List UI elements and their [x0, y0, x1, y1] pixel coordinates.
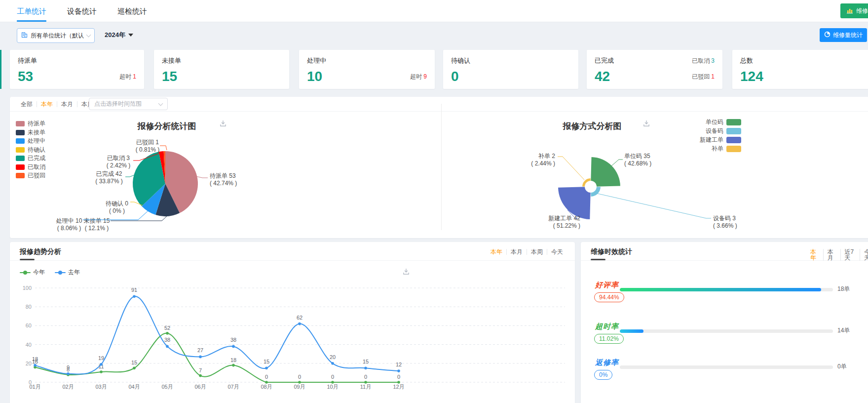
rate-label: 好评率 [595, 281, 619, 290]
efficiency-filter-this-year[interactable]: 本年 [806, 249, 824, 261]
legend-swatch [16, 173, 25, 178]
topbar: 工单统计 设备统计 巡检统计 维修年报 [0, 0, 868, 22]
trend-filter-this-month[interactable]: 本月 [507, 249, 527, 255]
svg-text:15: 15 [264, 359, 269, 364]
card-title: 待派单 [18, 56, 37, 65]
download-icon[interactable] [219, 120, 227, 127]
svg-text:20: 20 [26, 361, 32, 366]
rate-row-praise: 好评率 94.44% 18单 [581, 281, 868, 310]
unit-select-value: 所有单位统计（默认） [31, 32, 84, 40]
svg-text:04月: 04月 [128, 384, 140, 390]
rejected-badge: 已驳回1 [692, 73, 715, 81]
progress-fill [620, 288, 821, 291]
svg-text:62: 62 [297, 315, 302, 321]
rate-row-overtime: 超时率 11.02% 14单 [581, 322, 868, 352]
pie-charts-section: 全部 本年 本月 本周 今天 点击选择时间范围 报修分析统计图 待派单 未接单 … [10, 97, 868, 238]
unit-select[interactable]: 所有单位统计（默认） [17, 28, 95, 43]
rate-label: 返修率 [595, 358, 619, 367]
chevron-down-icon [158, 101, 163, 106]
svg-text:已取消 3: 已取消 3 [107, 155, 130, 161]
svg-text:10月: 10月 [327, 384, 338, 390]
svg-text:11月: 11月 [360, 384, 371, 390]
legend-item-unaccepted[interactable]: 未接单 [16, 130, 45, 135]
legend-swatch [16, 121, 25, 126]
trend-filter-today[interactable]: 今天 [547, 249, 567, 255]
svg-text:91: 91 [131, 287, 137, 293]
tab-device-stats[interactable]: 设备统计 [67, 0, 97, 22]
trend-legend: 今年 去年 [20, 268, 80, 277]
svg-text:80: 80 [26, 304, 32, 310]
card-title: 未接单 [162, 56, 181, 65]
download-icon[interactable] [402, 268, 410, 276]
svg-text:处理中 10: 处理中 10 [56, 217, 82, 224]
svg-text:待派单 53: 待派单 53 [210, 172, 236, 179]
page-edge-accent [0, 50, 1, 89]
legend-item-this-year[interactable]: 今年 [20, 268, 45, 277]
tab-inspection-stats[interactable]: 巡检统计 [117, 0, 147, 22]
filter-option-all[interactable]: 全部 [17, 101, 37, 107]
filter-option-this-month[interactable]: 本月 [57, 101, 77, 107]
trend-title: 报修趋势分析 [20, 247, 61, 260]
svg-text:( 3.66% ): ( 3.66% ) [713, 222, 737, 229]
svg-text:12月: 12月 [393, 384, 404, 390]
legend-swatch [726, 119, 741, 125]
svg-text:06月: 06月 [194, 384, 206, 390]
legend-item-new-ticket[interactable]: 新建工单 [700, 137, 741, 143]
trend-filter-this-week[interactable]: 本周 [527, 249, 547, 255]
svg-text:09月: 09月 [294, 384, 305, 390]
legend-item-supplement[interactable]: 补单 [712, 146, 741, 152]
svg-text:15: 15 [131, 360, 137, 365]
volume-stats-button[interactable]: 维修量统计 [820, 28, 867, 42]
svg-text:18: 18 [32, 356, 38, 362]
legend-swatch [16, 138, 25, 144]
tab-work-order-stats[interactable]: 工单统计 [17, 0, 46, 22]
legend-swatch [726, 146, 741, 152]
legend-item-processing[interactable]: 处理中 [16, 138, 45, 144]
filter-option-this-year[interactable]: 本年 [37, 101, 57, 107]
efficiency-filter-today[interactable]: 今天 [860, 249, 868, 261]
cancelled-badge: 已取消3 [692, 57, 715, 65]
caret-down-icon [128, 34, 133, 37]
svg-text:08月: 08月 [261, 384, 272, 390]
legend-item-device-code[interactable]: 设备码 [706, 128, 741, 134]
building-icon [21, 31, 28, 40]
legend-item-rejected[interactable]: 已驳回 [16, 173, 45, 178]
summary-card-pending-confirm: 待确认 0 [443, 50, 578, 89]
year-select[interactable]: 2024年 [105, 31, 133, 40]
legend-item-pending-dispatch[interactable]: 待派单 [16, 121, 45, 126]
time-range-select[interactable]: 点击选择时间范围 [89, 98, 168, 110]
chevron-down-icon [86, 33, 91, 38]
over-time-badge: 超时9 [410, 73, 427, 81]
svg-text:16: 16 [32, 359, 38, 364]
legend-swatch [726, 137, 741, 143]
legend-item-completed[interactable]: 已完成 [16, 156, 45, 161]
legend-item-last-year[interactable]: 去年 [55, 268, 80, 277]
legend-swatch [726, 128, 741, 134]
download-icon[interactable] [642, 120, 650, 127]
svg-text:( 8.06% ): ( 8.06% ) [57, 225, 81, 232]
rate-pill: 94.44% [594, 292, 624, 302]
progress-fill [620, 329, 643, 333]
trend-filter-this-year[interactable]: 本年 [487, 249, 507, 255]
rate-pill: 11.02% [594, 334, 624, 344]
svg-text:52: 52 [164, 325, 170, 331]
legend-item-pending-confirm[interactable]: 待确认 [16, 147, 45, 153]
time-filter-bar: 全部 本年 本月 本周 今天 点击选择时间范围 [10, 97, 868, 112]
summary-card-unaccepted: 未接单 15 [154, 50, 289, 89]
legend-item-unit-code[interactable]: 单位码 [706, 119, 741, 125]
trend-line-chart: 02040608010001月02月03月04月05月06月07月08月09月1… [10, 242, 575, 403]
efficiency-filter-this-month[interactable]: 本月 [824, 249, 841, 261]
annual-report-button[interactable]: 维修年报 [840, 3, 868, 18]
efficiency-filter-last-7-days[interactable]: 近7天 [841, 249, 861, 261]
efficiency-card-header: 维修时效统计 本年 本月 近7天 今天 [581, 242, 868, 261]
svg-text:未接单 15: 未接单 15 [84, 217, 110, 224]
rate-count: 14单 [837, 326, 850, 335]
svg-text:0: 0 [29, 379, 32, 385]
legend-item-cancelled[interactable]: 已取消 [16, 164, 45, 170]
legend-swatch [16, 130, 25, 135]
svg-text:19: 19 [98, 355, 104, 361]
rate-count: 18单 [837, 285, 850, 293]
svg-text:已驳回 1: 已驳回 1 [136, 139, 159, 146]
card-value: 0 [451, 69, 459, 84]
efficiency-card: 维修时效统计 本年 本月 近7天 今天 好评率 94.44% 18单 超时率 1… [581, 242, 868, 403]
